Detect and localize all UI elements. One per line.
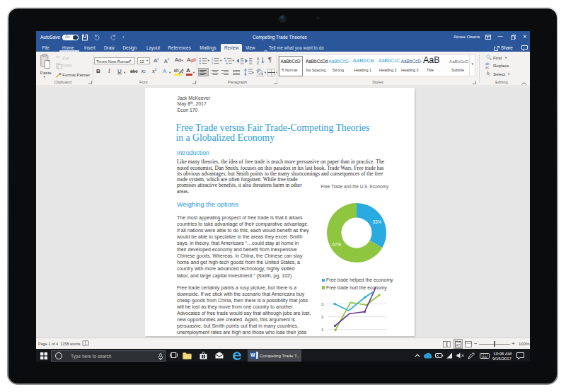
svg-text:1: 1	[321, 327, 324, 332]
svg-text:33%: 33%	[373, 219, 382, 224]
svg-text:2: 2	[321, 314, 324, 319]
svg-text:3: 3	[321, 301, 324, 306]
svg-text:67%: 67%	[333, 241, 342, 246]
svg-text:Z: Z	[257, 61, 259, 64]
svg-text:3: 3	[212, 62, 213, 64]
